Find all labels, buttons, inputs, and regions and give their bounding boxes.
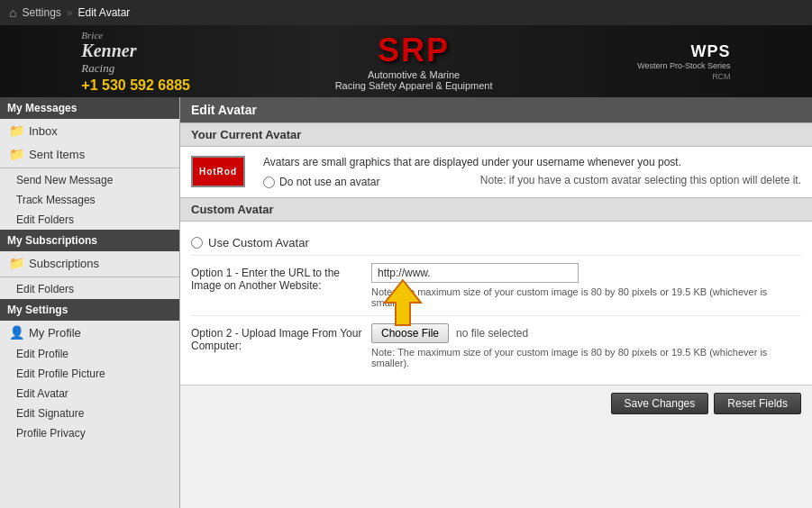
sidebar-header-subscriptions: My Subscriptions xyxy=(0,230,179,251)
file-row: Choose File no file selected xyxy=(371,323,801,343)
inbox-label: Inbox xyxy=(29,124,58,138)
choose-file-button[interactable]: Choose File xyxy=(371,323,449,343)
option2-control: Choose File no file selected Note: The m… xyxy=(371,323,801,368)
inbox-icon: 📁 xyxy=(9,123,24,138)
my-profile-label: My Profile xyxy=(29,326,81,340)
option1-control: Note: The maximum size of your custom im… xyxy=(371,263,801,308)
option2-label: Option 2 - Upload Image From Your Comput… xyxy=(191,323,371,352)
sidebar-header-settings: My Settings xyxy=(0,299,179,321)
banner-wps: WPS Western Pro-Stock Series RCM xyxy=(637,42,730,81)
custom-avatar-header: Custom Avatar xyxy=(180,197,812,222)
sidebar-item-sent[interactable]: 📁 Sent Items xyxy=(0,142,179,166)
current-avatar-header: Your Current Avatar xyxy=(180,122,812,147)
option1-label: Option 1 - Enter the URL to the Image on… xyxy=(191,263,371,292)
avatar-note-column: Avatars are small graphics that are disp… xyxy=(263,156,801,188)
footer-buttons: Save Changes Reset Fields xyxy=(180,385,812,422)
sidebar-header-messages: My Messages xyxy=(0,97,179,119)
option2-row: Option 2 - Upload Image From Your Comput… xyxy=(191,315,801,376)
banner-wps-sub: Western Pro-Stock Series xyxy=(637,61,730,70)
banner-rcm: RCM xyxy=(637,72,730,81)
sent-label: Sent Items xyxy=(29,148,85,161)
banner-phone: +1 530 592 6885 xyxy=(81,77,190,94)
sidebar-item-profile-privacy[interactable]: Profile Privacy xyxy=(0,423,179,443)
use-custom-row: Use Custom Avatar xyxy=(191,231,801,255)
breadcrumb-current: Edit Avatar xyxy=(78,6,131,19)
no-file-text: no file selected xyxy=(456,327,528,340)
save-button[interactable]: Save Changes xyxy=(611,393,709,414)
content-area: Edit Avatar Your Current Avatar HotRod A… xyxy=(180,97,812,508)
sidebar-item-edit-profile[interactable]: Edit Profile xyxy=(0,344,179,364)
banner-srp: SRP Automotive & Marine Racing Safety Ap… xyxy=(335,32,493,91)
settings-link[interactable]: Settings xyxy=(22,6,60,19)
sent-icon: 📁 xyxy=(9,147,24,161)
sidebar-item-subscriptions[interactable]: 📁 Subscriptions xyxy=(0,251,179,275)
sidebar-item-edit-folders-sub[interactable]: Edit Folders xyxy=(0,279,179,299)
option1-note: Note: The maximum size of your custom im… xyxy=(371,286,801,308)
use-custom-radio[interactable] xyxy=(191,237,203,249)
current-avatar-body: HotRod Avatars are small graphics that a… xyxy=(180,147,812,197)
custom-avatar-section: Custom Avatar Use Custom Avatar Option 1… xyxy=(180,197,812,385)
sidebar-item-send-new[interactable]: Send New Message xyxy=(0,170,179,190)
sidebar-item-edit-avatar[interactable]: Edit Avatar xyxy=(0,384,179,404)
banner-wps-title: WPS xyxy=(637,42,730,61)
reset-button[interactable]: Reset Fields xyxy=(714,393,801,414)
current-avatar-section: Your Current Avatar HotRod Avatars are s… xyxy=(180,122,812,197)
sidebar-item-edit-profile-picture[interactable]: Edit Profile Picture xyxy=(0,364,179,384)
sidebar-item-my-profile[interactable]: 👤 My Profile xyxy=(0,321,179,344)
sidebar-item-edit-signature[interactable]: Edit Signature xyxy=(0,404,179,423)
subscriptions-label: Subscriptions xyxy=(29,257,99,270)
use-custom-label: Use Custom Avatar xyxy=(208,236,309,249)
banner-srp-sub2: Racing Safety Apparel & Equipment xyxy=(335,80,493,91)
no-avatar-radio[interactable] xyxy=(263,177,275,188)
home-icon: ⌂ xyxy=(9,5,16,20)
banner-srp-title: SRP xyxy=(335,32,493,69)
banner: Brice Kenner Racing +1 530 592 6885 SRP … xyxy=(0,25,812,97)
banner-left: Brice Kenner Racing +1 530 592 6885 xyxy=(81,30,190,94)
top-bar: ⌂ Settings » Edit Avatar xyxy=(0,0,812,25)
option2-note: Note: The maximum size of your custom im… xyxy=(371,347,801,368)
no-avatar-note: Note: if you have a custom avatar select… xyxy=(480,174,801,186)
sidebar-item-track[interactable]: Track Messages xyxy=(0,190,179,210)
sidebar: My Messages 📁 Inbox 📁 Sent Items Send Ne… xyxy=(0,97,180,508)
no-avatar-label: Do not use an avatar xyxy=(279,176,379,188)
content-header: Edit Avatar xyxy=(180,97,812,122)
url-input[interactable] xyxy=(371,263,579,283)
banner-srp-sub1: Automotive & Marine xyxy=(335,69,493,80)
avatar-image: HotRod xyxy=(191,156,245,187)
sidebar-item-inbox[interactable]: 📁 Inbox xyxy=(0,119,179,142)
option1-row: Option 1 - Enter the URL to the Image on… xyxy=(191,255,801,315)
banner-kenner: Kenner xyxy=(81,41,190,61)
custom-avatar-body: Use Custom Avatar Option 1 - Enter the U… xyxy=(180,222,812,385)
profile-icon: 👤 xyxy=(9,325,24,340)
avatar-description: Avatars are small graphics that are disp… xyxy=(263,156,801,168)
breadcrumb-sep: » xyxy=(67,6,73,19)
banner-racing: Racing xyxy=(81,61,190,76)
subscriptions-icon: 📁 xyxy=(9,256,24,270)
sidebar-item-edit-folders-msg[interactable]: Edit Folders xyxy=(0,210,179,230)
